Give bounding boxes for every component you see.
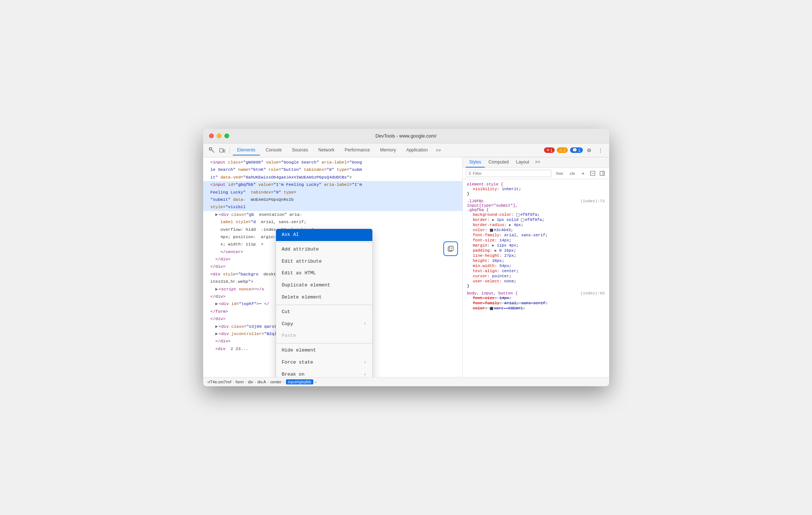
menu-item-label: Hide element [282,347,316,354]
menu-item-delete-element[interactable]: Delete element [276,292,372,304]
menu-item-force-state[interactable]: Force state › [276,357,372,369]
menu-item-copy[interactable]: Copy › [276,318,372,330]
color-swatch [516,213,519,217]
code-line-highlighted: "submit" data- WUEAHSzPGpsQnRsIb [203,196,462,203]
style-property[interactable]: font-size: 14px; [467,238,605,243]
tab-layout[interactable]: Layout [513,157,533,168]
code-line: label style="d Arial, sans-serif; [203,218,462,226]
close-button[interactable] [209,134,214,138]
tab-sources[interactable]: Sources [288,145,313,155]
style-property[interactable]: height: 36px; [467,258,605,263]
style-property[interactable]: border: ▶ 1px solid #f8f9fa; [467,217,605,222]
menu-item-hide-element[interactable]: Hide element [276,345,372,357]
tab-performance[interactable]: Performance [340,145,375,155]
inspect-element-icon[interactable] [208,146,216,155]
info-count: 1 [578,148,580,153]
style-property[interactable]: cursor: pointer; [467,274,605,279]
menu-item-label: Copy [282,320,293,328]
styles-tab-overflow[interactable]: >> [533,157,543,168]
more-options-icon[interactable]: ⋮ [596,146,605,155]
style-selector-row: .lJ9FBc (index):73 [467,199,605,203]
menu-item-label: Paste [282,332,296,340]
error-icon: ✕ [546,148,550,153]
code-line-highlighted: Feeling Lucky" tabindex="0" type= [203,189,462,196]
maximize-button[interactable] [224,134,229,138]
breadcrumb-separator: › [233,380,234,384]
breadcrumb-item-form[interactable]: form [236,380,244,384]
tab-computed[interactable]: Computed [485,157,512,168]
tab-network[interactable]: Network [314,145,339,155]
rule-close: } [467,284,605,288]
add-style-rule-icon[interactable]: + [579,169,587,177]
menu-item-add-attribute[interactable]: Add attribute [276,244,372,256]
menu-item-label: Force state [282,359,313,366]
svg-rect-2 [220,149,223,152]
minimize-button[interactable] [217,134,221,138]
ai-copy-button[interactable] [443,241,458,256]
new-style-rule-icon[interactable] [589,169,597,177]
tab-elements[interactable]: Elements [233,145,260,155]
tab-application[interactable]: Application [402,145,432,155]
style-property[interactable]: min-width: 54px; [467,263,605,268]
code-line-highlighted: style="visibil [203,203,462,211]
devtools-window: DevTools - www.google.com/ Elements Cons… [203,129,609,386]
hov-button[interactable]: :hov [554,170,565,177]
style-property[interactable]: text-align: center; [467,268,605,274]
breadcrumb-item-div[interactable]: div [248,380,253,384]
warning-badge[interactable]: ⚠ 2 [557,147,568,153]
menu-item-paste: Paste [276,330,372,342]
breadcrumb-item-input[interactable]: input#gbqfbb [286,379,314,384]
code-line-highlighted: <input id="gbqfbb" value="I'm Feeling Lu… [203,181,462,188]
tab-overflow[interactable]: >> [433,146,443,155]
style-property[interactable]: font-family: Arial, sans-serif; [467,301,605,306]
menu-item-ask-ai[interactable]: Ask AI [276,229,372,241]
filter-input[interactable] [473,171,549,176]
toolbar-separator-1 [230,147,230,154]
device-toggle-icon[interactable] [218,146,227,155]
styles-content: element.style { visibility: inherit; } .… [463,179,609,377]
tab-console[interactable]: Console [261,145,286,155]
styles-toolbar: ⊻ :hov .cls + [463,168,609,179]
breadcrumb-next-icon[interactable]: › [315,379,317,385]
style-property[interactable]: border-radius: ▶ 4px; [467,222,605,228]
svg-rect-5 [449,246,453,251]
breadcrumb: ‹rT4e.om7nvf › form › div › div.A › cent… [203,377,609,386]
error-badge[interactable]: ✕ 1 [544,147,555,153]
style-property[interactable]: line-height: 27px; [467,253,605,258]
toggle-sidebar-icon[interactable] [598,169,606,177]
filter-icon: ⊻ [468,171,472,176]
submenu-arrow-icon: › [364,320,366,327]
style-selector-extra: input[type="submit"], [467,203,605,208]
breadcrumb-item-rt4e[interactable]: ‹rT4e.om7nvf [208,380,231,384]
style-property[interactable]: padding: ▶ 0 16px; [467,248,605,253]
style-property[interactable]: color: #3c4043; [467,228,605,233]
menu-item-cut[interactable]: Cut [276,306,372,318]
code-line: le Search" name="btnK" role="button" tab… [203,166,462,173]
menu-item-edit-attribute[interactable]: Edit attribute [276,256,372,268]
breadcrumb-item-center[interactable]: center [270,380,282,384]
color-swatch [490,307,493,310]
color-swatch [490,229,493,232]
menu-item-edit-as-html[interactable]: Edit as HTML [276,267,372,279]
info-badge[interactable]: 💬 1 [570,147,582,153]
menu-item-duplicate-element[interactable]: Duplicate element [276,279,372,292]
svg-rect-10 [600,171,604,176]
style-property[interactable]: color: var(--C0EmY); [467,306,605,311]
style-property[interactable]: font-size: 14px; [467,296,605,301]
code-line: <input class="gNO89b" value="Google Sear… [203,159,462,166]
elements-panel[interactable]: <input class="gNO89b" value="Google Sear… [203,157,463,377]
style-property[interactable]: user-select: none; [467,279,605,284]
settings-icon[interactable]: ⚙ [585,146,594,155]
svg-rect-3 [223,150,225,152]
style-property[interactable]: margin: ▶ 11px 4px; [467,243,605,248]
menu-item-break-on[interactable]: Break on › [276,369,372,377]
style-property[interactable]: background-color: #f8f9fa; [467,212,605,217]
style-property[interactable]: visibility: inherit; [467,187,605,192]
svg-rect-0 [209,148,212,150]
cls-button[interactable]: .cls [567,170,577,177]
tab-memory[interactable]: Memory [376,145,400,155]
tab-styles[interactable]: Styles [466,157,485,168]
window-title: DevTools - www.google.com/ [376,133,437,139]
style-property[interactable]: font-family: Arial, sans-serif; [467,233,605,238]
breadcrumb-item-diva[interactable]: div.A [257,380,266,384]
